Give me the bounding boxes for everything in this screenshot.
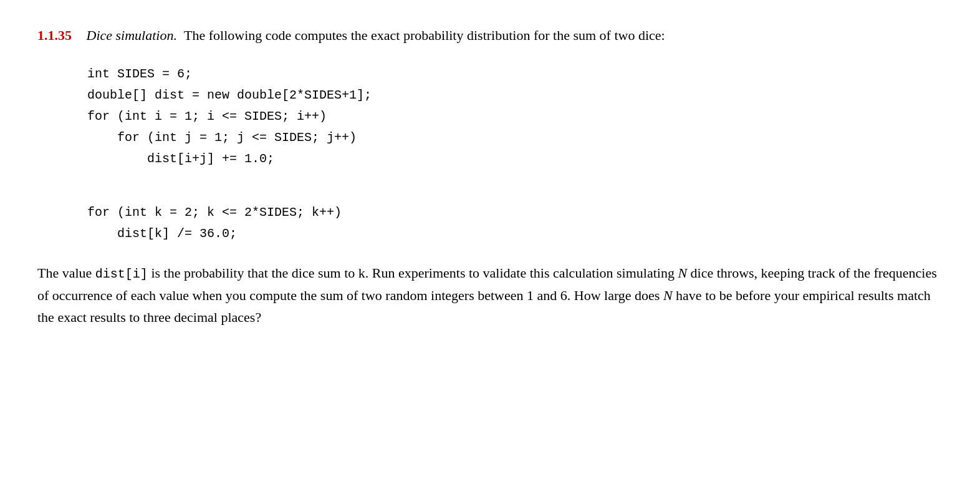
- problem-intro: The following code computes the exact pr…: [181, 25, 665, 46]
- body-italic-N: N: [678, 265, 687, 281]
- code-line-5: dist[i+j] += 1.0;: [87, 152, 274, 166]
- body-italic-N2: N: [663, 288, 673, 303]
- intro-text: The following code computes the exact pr…: [184, 27, 665, 43]
- body-inline-code: dist[i]: [95, 267, 148, 281]
- code-line-6: for (int k = 2; k <= 2*SIDES; k++): [87, 205, 342, 220]
- code-line-3: for (int i = 1; i <= SIDES; i++): [87, 109, 327, 124]
- problem-title: Dice simulation.: [87, 25, 177, 46]
- page-content: 1.1.35 Dice simulation. The following co…: [37, 25, 941, 328]
- code-line-2: double[] dist = new double[2*SIDES+1];: [87, 88, 372, 102]
- code-line-1: int SIDES = 6;: [87, 67, 192, 81]
- body-part1: The value: [37, 265, 95, 281]
- spacer: [78, 25, 82, 46]
- body-part2: is the probability that the dice sum to …: [148, 265, 678, 281]
- problem-number: 1.1.35: [37, 25, 72, 46]
- code-block: int SIDES = 6; double[] dist = new doubl…: [87, 64, 941, 245]
- code-line-4: for (int j = 1; j <= SIDES; j++): [87, 130, 357, 145]
- body-text: The value dist[i] is the probability tha…: [37, 262, 941, 328]
- problem-header: 1.1.35 Dice simulation. The following co…: [37, 25, 941, 46]
- code-line-7: dist[k] /= 36.0;: [87, 226, 237, 241]
